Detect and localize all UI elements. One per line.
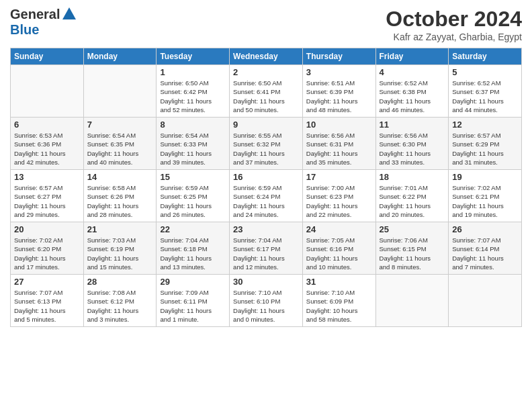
day-info: Sunrise: 7:07 AM Sunset: 6:14 PM Dayligh…: [452, 236, 518, 271]
calendar-cell: 14Sunrise: 6:58 AM Sunset: 6:26 PM Dayli…: [83, 170, 157, 222]
calendar-cell: 9Sunrise: 6:55 AM Sunset: 6:32 PM Daylig…: [230, 118, 303, 170]
day-number: 9: [233, 120, 299, 130]
day-number: 23: [233, 224, 299, 234]
logo: General Blue: [10, 7, 76, 38]
col-saturday: Saturday: [449, 48, 522, 65]
day-info: Sunrise: 7:00 AM Sunset: 6:23 PM Dayligh…: [306, 183, 372, 219]
calendar-table: Sunday Monday Tuesday Wednesday Thursday…: [10, 48, 522, 327]
day-number: 3: [306, 67, 372, 77]
day-info: Sunrise: 6:59 AM Sunset: 6:25 PM Dayligh…: [160, 183, 226, 219]
calendar-cell: 15Sunrise: 6:59 AM Sunset: 6:25 PM Dayli…: [157, 170, 230, 222]
calendar-cell: 30Sunrise: 7:10 AM Sunset: 6:10 PM Dayli…: [230, 275, 303, 327]
day-number: 16: [233, 172, 299, 182]
day-info: Sunrise: 7:05 AM Sunset: 6:16 PM Dayligh…: [306, 236, 372, 271]
day-info: Sunrise: 7:02 AM Sunset: 6:21 PM Dayligh…: [452, 183, 518, 219]
col-thursday: Thursday: [302, 48, 375, 65]
day-number: 11: [380, 120, 445, 130]
day-info: Sunrise: 7:01 AM Sunset: 6:22 PM Dayligh…: [380, 183, 445, 219]
day-info: Sunrise: 7:07 AM Sunset: 6:13 PM Dayligh…: [14, 288, 80, 324]
calendar-cell: 16Sunrise: 6:59 AM Sunset: 6:24 PM Dayli…: [230, 170, 303, 222]
day-number: 22: [160, 224, 226, 234]
calendar-cell: 11Sunrise: 6:56 AM Sunset: 6:30 PM Dayli…: [375, 118, 449, 170]
day-number: 25: [380, 224, 445, 234]
calendar-week-1: 1Sunrise: 6:50 AM Sunset: 6:42 PM Daylig…: [11, 65, 522, 118]
col-monday: Monday: [83, 48, 157, 65]
day-info: Sunrise: 6:54 AM Sunset: 6:33 PM Dayligh…: [160, 131, 226, 167]
day-number: 4: [380, 67, 445, 77]
day-info: Sunrise: 6:52 AM Sunset: 6:38 PM Dayligh…: [380, 79, 445, 114]
day-number: 2: [233, 67, 299, 77]
col-sunday: Sunday: [11, 48, 84, 65]
day-info: Sunrise: 6:56 AM Sunset: 6:30 PM Dayligh…: [380, 131, 445, 167]
day-info: Sunrise: 6:50 AM Sunset: 6:42 PM Dayligh…: [160, 79, 226, 114]
svg-marker-0: [62, 7, 76, 19]
calendar-subtitle: Kafr az Zayyat, Gharbia, Egypt: [386, 32, 522, 42]
calendar-cell: 2Sunrise: 6:50 AM Sunset: 6:41 PM Daylig…: [230, 65, 303, 118]
day-info: Sunrise: 7:06 AM Sunset: 6:15 PM Dayligh…: [380, 236, 445, 271]
day-info: Sunrise: 6:55 AM Sunset: 6:32 PM Dayligh…: [233, 131, 299, 167]
day-info: Sunrise: 6:57 AM Sunset: 6:27 PM Dayligh…: [14, 183, 80, 219]
calendar-cell: 21Sunrise: 7:03 AM Sunset: 6:19 PM Dayli…: [83, 222, 157, 275]
calendar-cell: 23Sunrise: 7:04 AM Sunset: 6:17 PM Dayli…: [230, 222, 303, 275]
calendar-cell: 17Sunrise: 7:00 AM Sunset: 6:23 PM Dayli…: [302, 170, 375, 222]
day-info: Sunrise: 6:58 AM Sunset: 6:26 PM Dayligh…: [87, 183, 153, 219]
header: General Blue October 2024 Kafr az Zayyat…: [10, 7, 522, 42]
day-number: 30: [233, 277, 299, 287]
day-number: 1: [160, 67, 226, 77]
calendar-cell: 26Sunrise: 7:07 AM Sunset: 6:14 PM Dayli…: [449, 222, 522, 275]
day-number: 18: [380, 172, 445, 182]
calendar-cell: 27Sunrise: 7:07 AM Sunset: 6:13 PM Dayli…: [11, 275, 84, 327]
calendar-cell: 31Sunrise: 7:10 AM Sunset: 6:09 PM Dayli…: [302, 275, 375, 327]
col-friday: Friday: [375, 48, 449, 65]
calendar-cell: [375, 275, 449, 327]
day-number: 21: [87, 224, 153, 234]
day-info: Sunrise: 6:50 AM Sunset: 6:41 PM Dayligh…: [233, 79, 299, 114]
day-number: 20: [14, 224, 80, 234]
day-number: 13: [14, 172, 80, 182]
day-info: Sunrise: 7:03 AM Sunset: 6:19 PM Dayligh…: [87, 236, 153, 271]
calendar-cell: 25Sunrise: 7:06 AM Sunset: 6:15 PM Dayli…: [375, 222, 449, 275]
calendar-cell: [449, 275, 522, 327]
day-info: Sunrise: 6:54 AM Sunset: 6:35 PM Dayligh…: [87, 131, 153, 167]
calendar-cell: 7Sunrise: 6:54 AM Sunset: 6:35 PM Daylig…: [83, 118, 157, 170]
day-info: Sunrise: 6:59 AM Sunset: 6:24 PM Dayligh…: [233, 183, 299, 219]
day-info: Sunrise: 7:09 AM Sunset: 6:11 PM Dayligh…: [160, 288, 226, 324]
day-number: 26: [452, 224, 518, 234]
col-tuesday: Tuesday: [157, 48, 230, 65]
calendar-cell: 18Sunrise: 7:01 AM Sunset: 6:22 PM Dayli…: [375, 170, 449, 222]
calendar-cell: 6Sunrise: 6:53 AM Sunset: 6:36 PM Daylig…: [11, 118, 84, 170]
day-number: 12: [452, 120, 518, 130]
day-info: Sunrise: 7:10 AM Sunset: 6:09 PM Dayligh…: [306, 288, 372, 324]
day-number: 8: [160, 120, 226, 130]
calendar-cell: 29Sunrise: 7:09 AM Sunset: 6:11 PM Dayli…: [157, 275, 230, 327]
calendar-cell: 28Sunrise: 7:08 AM Sunset: 6:12 PM Dayli…: [83, 275, 157, 327]
calendar-week-2: 6Sunrise: 6:53 AM Sunset: 6:36 PM Daylig…: [11, 118, 522, 170]
calendar-cell: 4Sunrise: 6:52 AM Sunset: 6:38 PM Daylig…: [375, 65, 449, 118]
calendar-week-4: 20Sunrise: 7:02 AM Sunset: 6:20 PM Dayli…: [11, 222, 522, 275]
calendar-cell: 5Sunrise: 6:52 AM Sunset: 6:37 PM Daylig…: [449, 65, 522, 118]
day-number: 28: [87, 277, 153, 287]
calendar-cell: [83, 65, 157, 118]
calendar-header-row: Sunday Monday Tuesday Wednesday Thursday…: [11, 48, 522, 65]
logo-blue: Blue: [10, 22, 39, 37]
day-info: Sunrise: 6:53 AM Sunset: 6:36 PM Dayligh…: [14, 131, 80, 167]
calendar-title: October 2024: [386, 7, 522, 32]
calendar-week-5: 27Sunrise: 7:07 AM Sunset: 6:13 PM Dayli…: [11, 275, 522, 327]
title-block: October 2024 Kafr az Zayyat, Gharbia, Eg…: [386, 7, 522, 42]
calendar-cell: 12Sunrise: 6:57 AM Sunset: 6:29 PM Dayli…: [449, 118, 522, 170]
day-number: 14: [87, 172, 153, 182]
day-info: Sunrise: 6:57 AM Sunset: 6:29 PM Dayligh…: [452, 131, 518, 167]
col-wednesday: Wednesday: [230, 48, 303, 65]
calendar-cell: 3Sunrise: 6:51 AM Sunset: 6:39 PM Daylig…: [302, 65, 375, 118]
calendar-cell: 20Sunrise: 7:02 AM Sunset: 6:20 PM Dayli…: [11, 222, 84, 275]
day-number: 29: [160, 277, 226, 287]
day-number: 31: [306, 277, 372, 287]
calendar-cell: 24Sunrise: 7:05 AM Sunset: 6:16 PM Dayli…: [302, 222, 375, 275]
day-number: 10: [306, 120, 372, 130]
day-info: Sunrise: 7:02 AM Sunset: 6:20 PM Dayligh…: [14, 236, 80, 271]
calendar-cell: 13Sunrise: 6:57 AM Sunset: 6:27 PM Dayli…: [11, 170, 84, 222]
day-info: Sunrise: 7:04 AM Sunset: 6:18 PM Dayligh…: [160, 236, 226, 271]
calendar-cell: [11, 65, 84, 118]
calendar-cell: 1Sunrise: 6:50 AM Sunset: 6:42 PM Daylig…: [157, 65, 230, 118]
day-info: Sunrise: 6:51 AM Sunset: 6:39 PM Dayligh…: [306, 79, 372, 114]
